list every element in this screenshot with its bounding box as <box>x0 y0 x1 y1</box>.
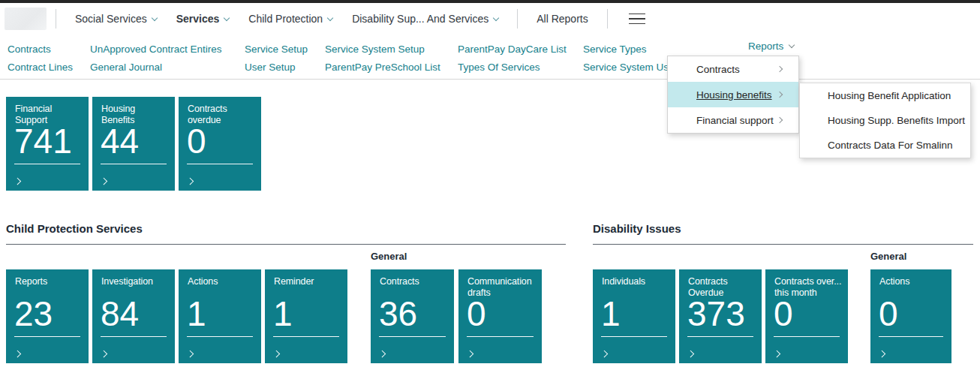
tile-value: 373 <box>687 293 745 334</box>
section-underline <box>593 244 973 245</box>
tile-value: 0 <box>467 293 486 334</box>
tile-value: 741 <box>14 121 72 161</box>
nav-tab-social-services[interactable]: Social Services <box>65 13 167 25</box>
submenu-item-contracts-data-for-smalinn[interactable]: Contracts Data For Smalinn <box>800 133 970 158</box>
cps-general-group: Contracts 36 Communication drafts 0 <box>371 269 542 363</box>
menu-item-label: Contracts <box>696 64 740 75</box>
chevron-down-icon <box>493 14 499 20</box>
divider <box>56 9 56 29</box>
tile-divider <box>467 336 534 337</box>
chevron-right-icon <box>380 345 385 359</box>
chevron-right-icon <box>777 66 783 72</box>
nav-tab-all-reports[interactable]: All Reports <box>527 13 597 25</box>
nav-tab-child-protection[interactable]: Child Protection <box>239 13 342 25</box>
tile-label: Reports <box>6 269 89 287</box>
tile-label: Individuals <box>593 269 675 287</box>
chevron-right-icon <box>101 345 107 359</box>
tile-value: 36 <box>379 293 417 334</box>
ribbon-link-types-of-services[interactable]: Types Of Services <box>458 59 583 77</box>
tile-divider <box>379 336 446 337</box>
tile-value: 0 <box>774 293 793 334</box>
tile-divider <box>601 336 667 337</box>
tile-label: Reminder <box>265 269 347 287</box>
menu-item-financial-support[interactable]: Financial support <box>668 107 798 133</box>
tile-value: 0 <box>879 293 898 334</box>
ribbon-link-parentpay-preschool-list[interactable]: ParentPay PreSchool List <box>325 59 458 77</box>
cue-tile-contracts-overdue-disability[interactable]: Contracts Overdue 373 <box>679 269 762 363</box>
nav-tab-services[interactable]: Services <box>167 13 239 25</box>
menu-item-label: Financial support <box>696 115 774 126</box>
tile-divider <box>774 336 840 337</box>
menu-item-label: Housing benefits <box>696 89 772 101</box>
ribbon-link-contract-lines[interactable]: Contract Lines <box>8 59 90 77</box>
divider <box>517 9 518 29</box>
tile-divider <box>101 164 167 164</box>
cue-tile-actions-disability[interactable]: Actions 0 <box>870 269 951 363</box>
cue-tile-individuals[interactable]: Individuals 1 <box>593 269 675 363</box>
reports-dropdown-menu: Contracts Housing benefits Financial sup… <box>667 56 799 134</box>
chevron-right-icon <box>188 345 193 359</box>
reports-menu-label: Reports <box>748 41 783 52</box>
chevron-right-icon <box>101 173 107 186</box>
tile-value: 23 <box>14 293 53 334</box>
group-label-general: General <box>870 251 906 262</box>
tile-value: 44 <box>101 121 139 161</box>
nav-tab-disability-sup-and-services[interactable]: Disability Sup... And Services <box>342 13 508 25</box>
section-underline <box>6 244 566 245</box>
tile-divider <box>187 336 253 337</box>
cue-tile-contracts[interactable]: Contracts 36 <box>371 269 454 363</box>
tile-divider <box>101 336 167 337</box>
cue-tile-investigation[interactable]: Investigation 84 <box>92 269 175 363</box>
submenu-item-housing-benefit-application[interactable]: Housing Benefit Application <box>800 83 970 108</box>
chevron-right-icon <box>274 345 279 359</box>
ribbon-link-parentpay-daycare-list[interactable]: ParentPay DayCare List <box>458 41 583 59</box>
top-cue-group: Financial Support 741 Housing Benefits 4… <box>6 97 261 191</box>
cue-tile-contracts-overdue-this-month[interactable]: Contracts over... this month 0 <box>765 269 848 363</box>
ribbon-link-service-setup[interactable]: Service Setup <box>245 41 325 59</box>
chevron-right-icon <box>688 345 693 359</box>
chevron-down-icon <box>224 14 230 20</box>
chevron-down-icon <box>327 14 333 20</box>
ribbon-link-unapproved-contract-entires[interactable]: UnApproved Contract Entires <box>90 41 245 59</box>
tile-label: Investigation <box>92 269 175 287</box>
chevron-right-icon <box>15 173 20 186</box>
action-ribbon: Contracts Contract Lines UnApproved Cont… <box>0 35 980 80</box>
ribbon-link-general-journal[interactable]: General Journal <box>90 59 245 77</box>
chevron-right-icon <box>188 173 193 186</box>
chevron-right-icon <box>777 117 783 123</box>
cps-cue-group: Reports 23 Investigation 84 Actions 1 Re… <box>6 269 347 363</box>
submenu-item-housing-supp-benefits-import[interactable]: Housing Supp. Benefits Import <box>800 108 970 133</box>
tile-value: 1 <box>601 293 621 334</box>
cue-tile-housing-benefits[interactable]: Housing Benefits 44 <box>92 97 175 191</box>
cue-tile-actions[interactable]: Actions 1 <box>179 269 261 363</box>
ribbon-link-contracts[interactable]: Contracts <box>8 41 90 59</box>
tile-value: 84 <box>101 293 139 334</box>
chevron-right-icon <box>467 345 473 359</box>
nav-tab-label: All Reports <box>537 13 588 25</box>
app-logo-placeholder <box>5 8 47 30</box>
ribbon-link-user-setup[interactable]: User Setup <box>245 59 325 77</box>
cue-tile-financial-support[interactable]: Financial Support 741 <box>6 97 89 191</box>
cue-tile-reports[interactable]: Reports 23 <box>6 269 89 363</box>
menu-item-contracts[interactable]: Contracts <box>668 56 798 82</box>
reports-menu-trigger[interactable]: Reports <box>748 41 794 52</box>
tile-value: 1 <box>187 293 206 334</box>
cue-tile-contracts-overdue[interactable]: Contracts overdue 0 <box>179 97 261 191</box>
menu-hamburger-icon[interactable] <box>629 14 645 25</box>
tile-divider <box>687 336 753 337</box>
tile-divider <box>14 336 80 337</box>
nav-tab-label: Disability Sup... And Services <box>352 13 488 25</box>
chevron-right-icon <box>777 92 783 98</box>
tile-label: Contracts <box>371 269 454 287</box>
cue-tile-reminder[interactable]: Reminder 1 <box>265 269 347 363</box>
tile-value: 1 <box>273 293 293 334</box>
section-title-disability-issues: Disability Issues <box>593 222 681 235</box>
disability-cue-group: Individuals 1 Contracts Overdue 373 Cont… <box>593 269 848 363</box>
cue-tile-communication-drafts[interactable]: Communication drafts 0 <box>458 269 542 363</box>
menu-item-housing-benefits[interactable]: Housing benefits <box>668 82 798 107</box>
chevron-down-icon <box>789 42 795 48</box>
chevron-down-icon <box>151 14 157 20</box>
ribbon-link-service-system-setup[interactable]: Service System Setup <box>325 41 458 59</box>
tile-label: Actions <box>870 269 951 287</box>
tile-value: 0 <box>187 121 206 161</box>
